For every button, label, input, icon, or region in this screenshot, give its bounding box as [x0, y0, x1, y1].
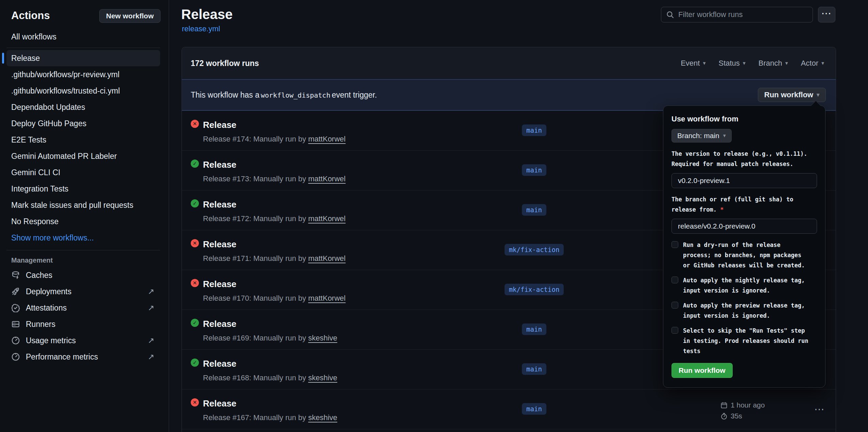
actor-link[interactable]: mattKorwel [308, 294, 345, 302]
sidebar-item-usage-metrics[interactable]: Usage metrics ↗ [0, 332, 169, 349]
search-input[interactable] [678, 10, 813, 19]
new-workflow-button[interactable]: New workflow [99, 9, 160, 23]
run-workflow-submit-button[interactable]: Run workflow [671, 363, 733, 378]
run-workflow-popover: Use workflow from Branch: main▾ The vers… [663, 105, 826, 388]
ref-input[interactable] [671, 219, 817, 234]
success-icon: ✓ [191, 199, 199, 207]
checkbox-label: Auto apply the nightly release tag, inpu… [683, 275, 805, 296]
event-filter-dropdown[interactable]: Event▾ [681, 59, 705, 68]
sidebar-item-deployments[interactable]: Deployments ↗ [0, 283, 169, 300]
skip-tests-option: Select to skip the "Run Tests" step in t… [671, 326, 817, 356]
sidebar-item-dependabot-updates[interactable]: Dependabot Updates [6, 99, 160, 115]
run-meta: 1 hour ago 35s [720, 400, 765, 421]
dry-run-checkbox[interactable] [671, 241, 678, 248]
actor-link[interactable]: mattKorwel [308, 214, 345, 223]
branch-badge[interactable]: mk/fix-action [505, 244, 564, 255]
sidebar-item-deploy-github-pages[interactable]: Deploy GitHub Pages [6, 115, 160, 132]
filter-workflow-runs-field [661, 7, 813, 22]
server-icon [11, 320, 20, 329]
run-title-link[interactable]: Release [203, 199, 236, 210]
branch-badge[interactable]: main [522, 363, 546, 375]
run-subtitle: Release #167: Manually run by skeshive [203, 413, 337, 422]
sidebar-title: Actions [11, 10, 50, 22]
workflow-dispatch-code: workflow_dispatch [261, 91, 330, 99]
failure-icon: ✕ [191, 279, 199, 287]
sidebar-item-pr-review[interactable]: .github/workflows/pr-review.yml [6, 66, 160, 83]
actor-link[interactable]: skeshive [308, 413, 337, 422]
actor-link[interactable]: skeshive [308, 334, 337, 342]
dry-run-option: Run a dry-run of the release process; no… [671, 240, 817, 270]
branch-badge[interactable]: main [522, 403, 546, 415]
sidebar-item-runners[interactable]: Runners [0, 316, 169, 332]
branch-filter-dropdown[interactable]: Branch▾ [759, 59, 788, 68]
sidebar: Actions New workflow All workflows Relea… [0, 0, 169, 432]
sidebar-item-performance-metrics[interactable]: Performance metrics ↗ [0, 349, 169, 365]
run-title-link[interactable]: Release [203, 319, 236, 329]
success-icon: ✓ [191, 160, 199, 168]
selected-indicator [2, 53, 4, 64]
checkbox-label: Run a dry-run of the release process; no… [683, 240, 805, 270]
checkbox-label: Select to skip the "Run Tests" step in t… [683, 326, 808, 356]
divider [6, 48, 160, 48]
sidebar-item-all-workflows[interactable]: All workflows [6, 29, 160, 45]
runs-header: 172 workflow runs Event▾ Status▾ Branch▾… [182, 47, 836, 79]
sidebar-item-e2e-tests[interactable]: E2E Tests [6, 132, 160, 148]
sidebar-item-no-response[interactable]: No Response [6, 213, 160, 230]
run-title-link[interactable]: Release [203, 279, 236, 289]
branch-selector-button[interactable]: Branch: main▾ [671, 129, 732, 143]
actions-page: Actions New workflow All workflows Relea… [0, 0, 868, 432]
branch-badge[interactable]: main [522, 204, 546, 216]
preview-tag-checkbox[interactable] [671, 302, 678, 309]
actor-link[interactable]: mattKorwel [308, 135, 345, 143]
nightly-tag-checkbox[interactable] [671, 277, 678, 283]
branch-badge[interactable]: mk/fix-action [505, 284, 564, 295]
sidebar-item-caches[interactable]: Caches [0, 267, 169, 283]
sidebar-item-label: Performance metrics [26, 352, 148, 362]
run-title-link[interactable]: Release [203, 398, 236, 409]
run-time: 1 hour ago [720, 400, 765, 411]
chevron-down-icon: ▾ [703, 61, 705, 66]
status-filter-dropdown[interactable]: Status▾ [718, 59, 745, 68]
run-workflow-dropdown-button[interactable]: Run workflow▾ [758, 88, 826, 102]
sidebar-item-mark-stale[interactable]: Mark stale issues and pull requests [6, 197, 160, 213]
sidebar-item-attestations[interactable]: Attestations ↗ [0, 300, 169, 316]
sidebar-item-trusted-ci[interactable]: .github/workflows/trusted-ci.yml [6, 83, 160, 99]
sidebar-item-integration-tests[interactable]: Integration Tests [6, 181, 160, 197]
sidebar-item-gemini-pr-labeler[interactable]: Gemini Automated PR Labeler [6, 148, 160, 164]
sidebar-item-label: Release [11, 54, 40, 63]
chevron-down-icon: ▾ [743, 61, 746, 66]
workflow-file-link[interactable]: release.yml [182, 24, 220, 33]
actor-filter-dropdown[interactable]: Actor▾ [801, 59, 824, 68]
chevron-down-icon: ▾ [821, 61, 824, 66]
skip-tests-checkbox[interactable] [671, 327, 678, 334]
chevron-down-icon: ▾ [785, 61, 788, 66]
required-asterisk: * [720, 206, 724, 213]
show-more-workflows-link[interactable]: Show more workflows... [6, 230, 160, 246]
sidebar-item-label: Usage metrics [26, 336, 148, 345]
run-duration: 35s [720, 411, 765, 421]
row-kebab-menu[interactable]: ⋯ [810, 403, 830, 415]
meter-icon [11, 336, 20, 345]
run-title-link[interactable]: Release [203, 239, 236, 250]
actor-link[interactable]: skeshive [308, 373, 337, 382]
branch-badge[interactable]: main [522, 323, 546, 335]
popover-title: Use workflow from [671, 115, 817, 123]
actor-link[interactable]: mattKorwel [308, 254, 345, 263]
kebab-menu-button[interactable]: ⋯ [818, 7, 835, 22]
version-input[interactable] [671, 173, 817, 188]
sidebar-item-gemini-cli-ci[interactable]: Gemini CLI CI [6, 164, 160, 181]
management-section-title: Management [11, 256, 169, 264]
success-icon: ✓ [191, 319, 199, 327]
sidebar-item-release[interactable]: Release [6, 50, 160, 66]
chevron-down-icon: ▾ [817, 92, 819, 98]
failure-icon: ✕ [191, 239, 199, 247]
preview-tag-option: Auto apply the preview release tag, inpu… [671, 300, 817, 321]
branch-badge[interactable]: main [522, 164, 546, 176]
actor-link[interactable]: mattKorwel [308, 175, 345, 183]
chevron-down-icon: ▾ [723, 133, 726, 138]
ref-input-label: The branch or ref (full git sha) to rele… [671, 194, 817, 215]
run-title-link[interactable]: Release [203, 359, 236, 369]
run-title-link[interactable]: Release [203, 120, 236, 130]
branch-badge[interactable]: main [522, 124, 546, 136]
run-title-link[interactable]: Release [203, 160, 236, 170]
